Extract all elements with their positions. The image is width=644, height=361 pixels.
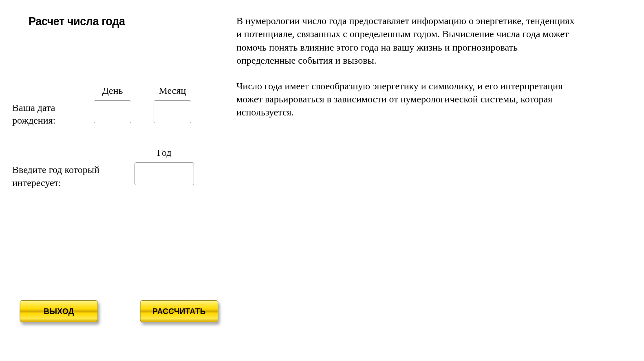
year-input[interactable]: [135, 162, 194, 185]
month-input[interactable]: [154, 100, 191, 123]
day-column: День: [94, 85, 131, 123]
page-title: Расчет числа года: [29, 14, 205, 28]
year-label: Год: [157, 147, 171, 158]
description-p2: Число года имеет своеобразную энергетику…: [236, 80, 579, 119]
exit-button[interactable]: ВЫХОД: [20, 300, 98, 322]
year-column: Год: [135, 147, 194, 185]
calculate-button[interactable]: РАССЧИТАТЬ: [140, 300, 218, 322]
description-text: В нумерологии число года предоставляет и…: [236, 14, 579, 119]
button-row: ВЫХОД РАССЧИТАТЬ: [15, 300, 223, 322]
birthdate-group: Ваша дата рождения: День Месяц: [12, 85, 224, 127]
year-group: Введите год который интересует: Год: [12, 147, 224, 189]
description-p1: В нумерологии число года предоставляет и…: [236, 14, 579, 67]
day-input[interactable]: [94, 100, 131, 123]
month-column: Месяц: [154, 85, 191, 123]
day-label: День: [102, 85, 123, 96]
year-interest-label: Введите год который интересует:: [12, 147, 135, 189]
birthdate-label: Ваша дата рождения:: [12, 85, 94, 127]
month-label: Месяц: [159, 85, 186, 96]
